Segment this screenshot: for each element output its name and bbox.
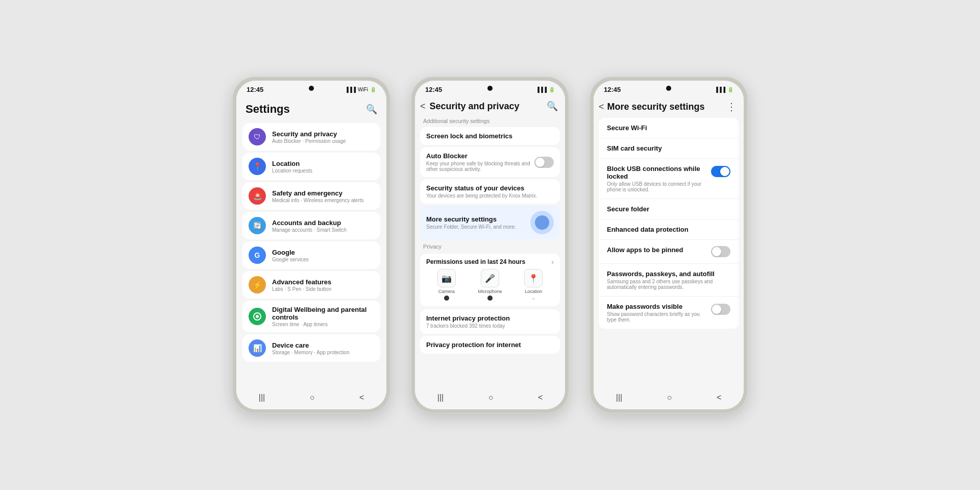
blockusb-title: Block USB connections while locked	[607, 165, 707, 180]
nav-bar-1: ||| ○ <	[236, 388, 386, 409]
settings-item-security[interactable]: 🛡 Security and privacy Auto Blocker · Pe…	[242, 123, 380, 151]
menu-item-moresecurity[interactable]: More security settings Secure Folder, Se…	[420, 206, 560, 239]
google-title: Google	[272, 249, 309, 256]
back-btn-3[interactable]: <	[599, 102, 604, 112]
more-title: More security settings	[607, 102, 723, 112]
settings-item-wellbeing[interactable]: Digital Wellbeing and parental controls …	[242, 301, 380, 332]
permission-microphone[interactable]: 🎤 Microphone	[478, 269, 502, 301]
status-icons-2: ▐▐▐ 🔋	[536, 87, 555, 92]
nav-recent-2[interactable]: |||	[437, 393, 444, 402]
nav-bar-3: ||| ○ <	[594, 388, 744, 409]
blockusb-toggle[interactable]	[711, 166, 730, 177]
passwords-title: Passwords, passkeys, and autofill	[607, 270, 726, 278]
nav-home-2[interactable]: ○	[488, 393, 494, 402]
menu-dots-icon[interactable]: ⋮	[726, 101, 737, 113]
settings-item-advanced[interactable]: ⚡ Advanced features Labs · S Pen · Side …	[242, 271, 380, 299]
security-sub: Auto Blocker · Permission usage	[272, 138, 346, 144]
item-passwords[interactable]: Passwords, passkeys, and autofill Samsun…	[599, 264, 739, 297]
makepassword-toggle[interactable]	[711, 304, 730, 315]
accounts-text: Accounts and backup Manage accounts · Sm…	[272, 219, 347, 233]
nav-bar-2: ||| ○ <	[415, 388, 565, 409]
time-3: 12:45	[604, 86, 621, 93]
mic-icon-circle: 🎤	[481, 269, 499, 287]
advanced-text: Advanced features Labs · S Pen · Side bu…	[272, 278, 331, 292]
safety-icon: 🚨	[249, 187, 266, 205]
signal-icon-2: ▐▐▐	[536, 87, 547, 92]
item-blockusb[interactable]: Block USB connections while locked Only …	[599, 159, 739, 199]
screen-content-3: < More security settings ⋮ Secure Wi-Fi	[594, 95, 744, 388]
simcard-title: SIM card security	[607, 144, 662, 152]
permission-camera[interactable]: 📷 Camera	[437, 269, 456, 301]
security-title: Security and privacy	[272, 130, 346, 138]
time-1: 12:45	[247, 86, 263, 93]
battery-icon-3: 🔋	[727, 87, 733, 92]
nav-home-1[interactable]: ○	[310, 393, 315, 402]
settings-item-google[interactable]: G Google Google services	[242, 241, 380, 269]
item-makepassword[interactable]: Make passwords visible Show password cha…	[599, 297, 739, 329]
devicecare-title: Device care	[272, 341, 350, 349]
location-icon: 📍	[249, 158, 266, 175]
secstatus-sub: Your devices are being protected by Knox…	[426, 193, 554, 199]
search-icon-2[interactable]: 🔍	[547, 101, 558, 112]
securefolder-title: Secure folder	[607, 205, 649, 213]
time-2: 12:45	[425, 86, 442, 93]
autoblocker-sub: Keep your phone safe by blocking threats…	[426, 161, 534, 172]
safety-text: Safety and emergency Medical info · Wire…	[272, 189, 364, 203]
autoblocker-toggle[interactable]	[534, 157, 554, 168]
menu-item-internetprivacy[interactable]: Internet privacy protection 7 trackers b…	[420, 309, 560, 334]
nav-back-2[interactable]: <	[538, 393, 543, 402]
item-simcard[interactable]: SIM card security	[599, 138, 739, 159]
internetprivacy-sub: 7 trackers blocked 392 times today	[426, 323, 554, 329]
screenlock-title: Screen lock and biometrics	[426, 132, 512, 140]
secstatus-title: Security status of your devices	[426, 184, 554, 192]
settings-item-devicecare[interactable]: 📊 Device care Storage · Memory · App pro…	[242, 334, 380, 362]
status-icons-3: ▐▐▐ 🔋	[715, 87, 733, 92]
menu-item-screenlock[interactable]: Screen lock and biometrics	[420, 127, 560, 145]
camera-dot-1	[309, 86, 314, 91]
privacy-label: Privacy	[415, 240, 565, 252]
more-header: < More security settings ⋮	[594, 95, 744, 116]
accounts-icon: 🔄	[249, 217, 266, 234]
wellbeing-title: Digital Wellbeing and parental controls	[272, 306, 374, 321]
nav-back-3[interactable]: <	[717, 393, 721, 402]
location-title: Location	[272, 160, 312, 167]
permission-location[interactable]: 📍 Location –	[524, 269, 543, 301]
pinned-toggle[interactable]	[711, 246, 730, 257]
google-sub: Google services	[272, 257, 309, 262]
item-securewifi[interactable]: Secure Wi-Fi	[599, 118, 739, 138]
permissions-row: Permissions used in last 24 hours ›	[426, 258, 554, 266]
settings-item-location[interactable]: 📍 Location Location requests	[242, 153, 380, 180]
security-text: Security and privacy Auto Blocker · Perm…	[272, 130, 346, 144]
wellbeing-svg	[253, 312, 262, 321]
menu-item-privacyinternet[interactable]: Privacy protection for internet	[420, 336, 560, 354]
item-enhanceddata[interactable]: Enhanced data protection	[599, 219, 739, 240]
safety-title: Safety and emergency	[272, 189, 364, 197]
nav-home-3[interactable]: ○	[667, 393, 672, 402]
permissions-section: Permissions used in last 24 hours › 📷 Ca…	[420, 254, 560, 306]
google-icon: G	[249, 247, 266, 264]
back-btn-2[interactable]: <	[420, 101, 426, 112]
menu-item-autoblocker[interactable]: Auto Blocker Keep your phone safe by blo…	[420, 147, 560, 177]
makepassword-title: Make passwords visible	[607, 303, 707, 310]
enhanceddata-title: Enhanced data protection	[607, 226, 689, 233]
status-bar-1: 12:45 ▐▐▐ WiFi 🔋	[236, 81, 386, 95]
ripple-container	[530, 211, 554, 234]
settings-search-icon[interactable]: 🔍	[366, 104, 377, 115]
item-securefolder[interactable]: Secure folder	[599, 199, 739, 219]
status-icons-1: ▐▐▐ WiFi 🔋	[345, 87, 376, 92]
google-text: Google Google services	[272, 249, 309, 262]
more-card: Secure Wi-Fi SIM card security	[599, 118, 739, 329]
screen-content-1: Settings 🔍 🛡 Security and privacy Auto B…	[236, 95, 386, 388]
settings-item-safety[interactable]: 🚨 Safety and emergency Medical info · Wi…	[242, 182, 380, 210]
settings-item-accounts[interactable]: 🔄 Accounts and backup Manage accounts · …	[242, 212, 380, 239]
phone-3: 12:45 ▐▐▐ 🔋 < More security settings ⋮	[590, 77, 748, 413]
devicecare-text: Device care Storage · Memory · App prote…	[272, 341, 350, 355]
phones-container: 12:45 ▐▐▐ WiFi 🔋 Settings 🔍 🛡	[232, 77, 748, 413]
item-pinned[interactable]: Allow apps to be pinned	[599, 240, 739, 264]
nav-recent-1[interactable]: |||	[259, 393, 265, 402]
nav-recent-3[interactable]: |||	[616, 393, 622, 402]
menu-item-secstatus[interactable]: Security status of your devices Your dev…	[420, 179, 560, 204]
advanced-icon: ⚡	[249, 276, 266, 293]
nav-back-1[interactable]: <	[359, 393, 364, 402]
permissions-chevron[interactable]: ›	[551, 258, 554, 266]
